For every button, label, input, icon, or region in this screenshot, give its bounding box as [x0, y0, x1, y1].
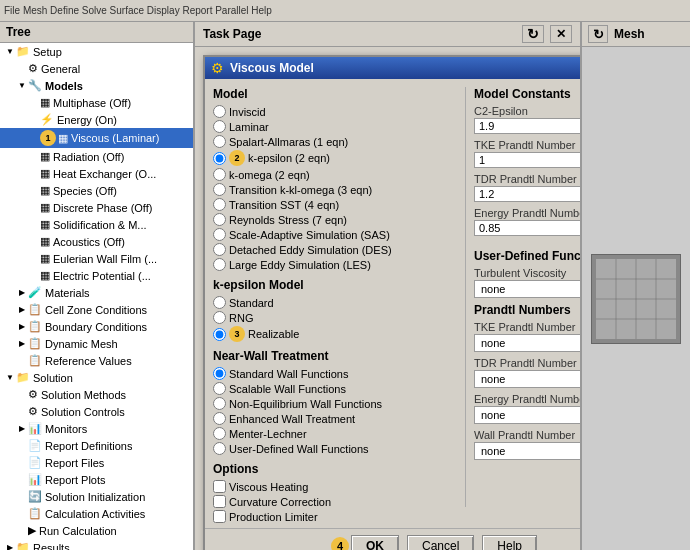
tree-item-general[interactable]: ⚙General: [0, 60, 193, 77]
model-radio-transition_sst[interactable]: Transition SST (4 eqn): [213, 197, 455, 212]
options-group: Viscous HeatingCurvature CorrectionProdu…: [213, 479, 455, 524]
tree-item-dynamic_mesh[interactable]: ▶📋Dynamic Mesh: [0, 335, 193, 352]
udf-group: Turbulent Viscositynone: [474, 267, 580, 298]
k-epsilon-radio-rng[interactable]: RNG: [213, 310, 455, 325]
option-viscous_heating[interactable]: Viscous Heating: [213, 479, 455, 494]
model-section-title: Model: [213, 87, 455, 101]
tree-item-run_calculation[interactable]: ▶Run Calculation: [0, 522, 193, 539]
expander-monitors[interactable]: ▶: [16, 424, 28, 433]
near-wall-radio-user_wf[interactable]: User-Defined Wall Functions: [213, 441, 455, 456]
model-radio-inviscid[interactable]: Inviscid: [213, 104, 455, 119]
tree-item-solution_methods[interactable]: ⚙Solution Methods: [0, 386, 193, 403]
tree-item-solution[interactable]: ▼📁Solution: [0, 369, 193, 386]
tree-item-heat_exchanger[interactable]: ▦Heat Exchanger (O...: [0, 165, 193, 182]
tree-item-multiphase[interactable]: ▦Multiphase (Off): [0, 94, 193, 111]
model-constants-group: C2-EpsilonTKE Prandtl NumberTDR Prandtl …: [474, 105, 580, 236]
model-radio-spalart[interactable]: Spalart-Allmaras (1 eqn): [213, 134, 455, 149]
prandtl-tke_prandtl_number: TKE Prandtl Numbernone: [474, 321, 580, 352]
tree-item-report_defs[interactable]: 📄Report Definitions: [0, 437, 193, 454]
tree-item-materials[interactable]: ▶🧪Materials: [0, 284, 193, 301]
near-wall-radio-enhanced_wt[interactable]: Enhanced Wall Treatment: [213, 411, 455, 426]
udf-turbulent_viscosity: Turbulent Viscositynone: [474, 267, 580, 298]
tree-item-solidification[interactable]: ▦Solidification & M...: [0, 216, 193, 233]
label-multiphase: Multiphase (Off): [53, 97, 131, 109]
tree-item-calc_activities[interactable]: 📋Calculation Activities: [0, 505, 193, 522]
tree-item-setup[interactable]: ▼📁Setup: [0, 43, 193, 60]
mesh-panel: ↻ Mesh: [580, 22, 690, 550]
near-wall-radio-standard_wf[interactable]: Standard Wall Functions: [213, 366, 455, 381]
help-button[interactable]: Help: [482, 535, 537, 550]
model-radio-des[interactable]: Detached Eddy Simulation (DES): [213, 242, 455, 257]
model-radio-reynolds[interactable]: Reynolds Stress (7 eqn): [213, 212, 455, 227]
tree-item-cell_zones[interactable]: ▶📋Cell Zone Conditions: [0, 301, 193, 318]
option-production[interactable]: Production Limiter: [213, 509, 455, 524]
label-report_plots: Report Plots: [45, 474, 106, 486]
tree-item-monitors[interactable]: ▶📊Monitors: [0, 420, 193, 437]
badge-viscous: 1: [40, 130, 56, 146]
model-radio-transition_k[interactable]: Transition k-kl-omega (3 eqn): [213, 182, 455, 197]
cancel-button[interactable]: Cancel: [407, 535, 474, 550]
tree-item-report_plots[interactable]: 📊Report Plots: [0, 471, 193, 488]
expander-setup[interactable]: ▼: [4, 47, 16, 56]
expander-solution[interactable]: ▼: [4, 373, 16, 382]
k-epsilon-radio-standard[interactable]: Standard: [213, 295, 455, 310]
ok-button[interactable]: OK: [351, 535, 399, 550]
icon-eulerian_wall: ▦: [40, 252, 50, 265]
icon-dynamic_mesh: 📋: [28, 337, 42, 350]
icon-setup: 📁: [16, 45, 30, 58]
label-calc_activities: Calculation Activities: [45, 508, 145, 520]
tree-item-acoustics[interactable]: ▦Acoustics (Off): [0, 233, 193, 250]
icon-viscous: ▦: [58, 132, 68, 145]
tree-item-solution_init[interactable]: 🔄Solution Initialization: [0, 488, 193, 505]
expander-models[interactable]: ▼: [16, 81, 28, 90]
options-section-title: Options: [213, 462, 455, 476]
tree-item-models[interactable]: ▼🔧Models: [0, 77, 193, 94]
tree-item-reference[interactable]: 📋Reference Values: [0, 352, 193, 369]
refresh-button[interactable]: ↻: [522, 25, 544, 43]
model-radio-les[interactable]: Large Eddy Simulation (LES): [213, 257, 455, 272]
near-wall-radio-menter[interactable]: Menter-Lechner: [213, 426, 455, 441]
tree-item-electric[interactable]: ▦Electric Potential (...: [0, 267, 193, 284]
model-radio-k_omega[interactable]: k-omega (2 eqn): [213, 167, 455, 182]
tree-item-report_files[interactable]: 📄Report Files: [0, 454, 193, 471]
option-curvature[interactable]: Curvature Correction: [213, 494, 455, 509]
tree-item-results[interactable]: ▶📁Results: [0, 539, 193, 550]
tree-item-boundary[interactable]: ▶📋Boundary Conditions: [0, 318, 193, 335]
constant-tdr_prandtl_number: TDR Prandtl Number: [474, 173, 580, 202]
near-wall-radio-non_equil_wf[interactable]: Non-Equilibrium Wall Functions: [213, 396, 455, 411]
expander-boundary[interactable]: ▶: [16, 322, 28, 331]
mesh-header: ↻ Mesh: [582, 22, 690, 47]
tree-item-discrete_phase[interactable]: ▦Discrete Phase (Off): [0, 199, 193, 216]
icon-report_files: 📄: [28, 456, 42, 469]
icon-report_defs: 📄: [28, 439, 42, 452]
tree-item-eulerian_wall[interactable]: ▦Eulerian Wall Film (...: [0, 250, 193, 267]
label-report_defs: Report Definitions: [45, 440, 132, 452]
k-epsilon-radio-realizable[interactable]: 3Realizable: [213, 325, 455, 343]
icon-report_plots: 📊: [28, 473, 42, 486]
close-task-button[interactable]: ✕: [550, 25, 572, 43]
icon-run_calculation: ▶: [28, 524, 36, 537]
label-discrete_phase: Discrete Phase (Off): [53, 202, 152, 214]
expander-cell_zones[interactable]: ▶: [16, 305, 28, 314]
expander-dynamic_mesh[interactable]: ▶: [16, 339, 28, 348]
model-radio-k_epsilon[interactable]: 2k-epsilon (2 eqn): [213, 149, 455, 167]
tree-item-radiation[interactable]: ▦Radiation (Off): [0, 148, 193, 165]
tree-item-energy[interactable]: ⚡Energy (On): [0, 111, 193, 128]
label-solution_controls: Solution Controls: [41, 406, 125, 418]
tree-item-species[interactable]: ▦Species (Off): [0, 182, 193, 199]
tree-item-viscous[interactable]: 1▦Viscous (Laminar): [0, 128, 193, 148]
icon-models: 🔧: [28, 79, 42, 92]
expander-results[interactable]: ▶: [4, 543, 16, 550]
label-boundary: Boundary Conditions: [45, 321, 147, 333]
label-solution: Solution: [33, 372, 73, 384]
near-wall-radio-scalable_wf[interactable]: Scalable Wall Functions: [213, 381, 455, 396]
model-radio-sas[interactable]: Scale-Adaptive Simulation (SAS): [213, 227, 455, 242]
label-results: Results: [33, 542, 70, 551]
prandtl-group: TKE Prandtl NumbernoneTDR Prandtl Number…: [474, 321, 580, 460]
expander-materials[interactable]: ▶: [16, 288, 28, 297]
refresh-mesh-button[interactable]: ↻: [588, 25, 608, 43]
label-eulerian_wall: Eulerian Wall Film (...: [53, 253, 157, 265]
model-radio-laminar[interactable]: Laminar: [213, 119, 455, 134]
prandtl-energy_prandtl_number: Energy Prandtl Numbernone: [474, 393, 580, 424]
tree-item-solution_controls[interactable]: ⚙Solution Controls: [0, 403, 193, 420]
